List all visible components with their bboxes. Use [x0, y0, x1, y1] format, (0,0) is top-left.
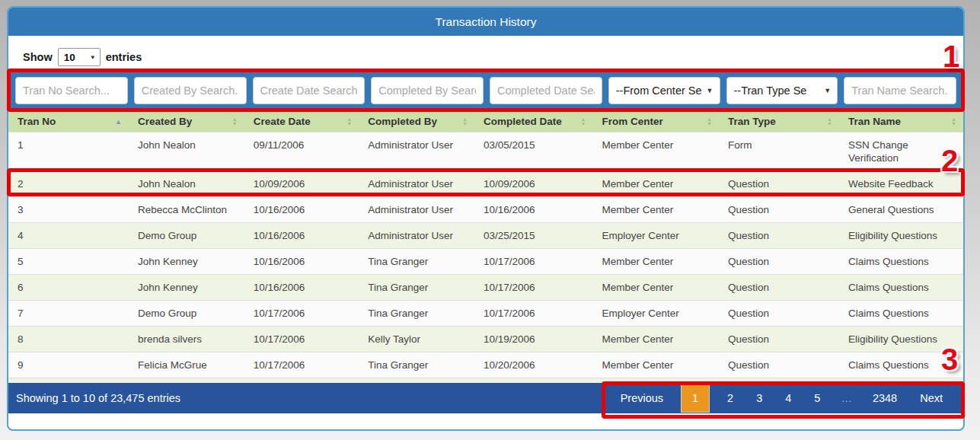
- chevron-down-icon: ▼: [707, 87, 713, 94]
- cell: Demo Group: [129, 223, 244, 249]
- cell: 2: [8, 171, 129, 197]
- cell: Administrator User: [359, 171, 474, 197]
- tran-no-search-input[interactable]: [15, 77, 128, 104]
- cell: General Questions: [839, 197, 963, 223]
- cell: Question: [719, 327, 839, 352]
- cell: 10/16/2006: [244, 223, 359, 249]
- cell: 10/09/2006: [244, 171, 359, 197]
- cell: 10/09/2006: [474, 171, 592, 197]
- table-row[interactable]: 6John Kenney10/16/2006Tina Granger10/17/…: [8, 275, 963, 301]
- cell: 10/16/2006: [474, 197, 592, 223]
- cell: Tina Granger: [359, 352, 474, 378]
- page-2348[interactable]: 2348: [861, 392, 908, 404]
- column-label: Create Date: [254, 116, 311, 127]
- cell: 3: [8, 197, 129, 223]
- table-row[interactable]: 8brenda silvers10/17/2006Kelly Taylor10/…: [8, 327, 963, 352]
- tran-name-search-input[interactable]: [844, 77, 956, 104]
- cell: John Nealon: [129, 132, 244, 171]
- pagination-ellipsis: …: [832, 392, 861, 404]
- table-row[interactable]: 2John Nealon10/09/2006Administrator User…: [8, 171, 963, 197]
- page-3[interactable]: 3: [745, 392, 774, 404]
- cell: SSN Change Verification: [839, 132, 963, 171]
- cell: Question: [719, 301, 839, 327]
- cell: 10/16/2006: [244, 275, 359, 301]
- page-next[interactable]: Next: [908, 392, 954, 404]
- cell: Member Center: [592, 275, 719, 301]
- column-header-create-date[interactable]: Create Date▲▼: [244, 112, 359, 132]
- create-date-search-input[interactable]: [253, 77, 366, 104]
- page-5[interactable]: 5: [803, 392, 832, 404]
- created-by-search-input[interactable]: [134, 77, 247, 104]
- cell: Member Center: [592, 249, 719, 275]
- cell: 03/25/2015: [474, 223, 592, 249]
- pagination: Previous12345…2348Next: [609, 383, 963, 413]
- cell: Question: [719, 352, 839, 378]
- sort-down-arrow: ▼: [951, 122, 956, 126]
- cell: John Nealon: [129, 171, 244, 197]
- table-row[interactable]: 9Felicia McGrue10/17/2006Tina Granger10/…: [8, 352, 963, 378]
- sort-both-icon: ▲▼: [580, 117, 586, 126]
- sort-both-icon: ▲▼: [827, 117, 832, 126]
- cell: Administrator User: [359, 197, 474, 223]
- cell: Claims Questions: [839, 352, 963, 378]
- completed-by-search-input[interactable]: [371, 77, 484, 104]
- cell: Question: [719, 171, 839, 197]
- column-label: Tran No: [18, 116, 56, 127]
- column-header-tran-no[interactable]: Tran No▲: [8, 112, 129, 132]
- completed-date-search-input[interactable]: [490, 77, 602, 104]
- page-2[interactable]: 2: [716, 392, 745, 404]
- column-header-tran-name[interactable]: Tran Name▲▼: [839, 112, 963, 132]
- cell: Member Center: [592, 352, 719, 378]
- cell: 10/16/2006: [244, 249, 359, 275]
- transaction-history-panel: Transaction History Show 10 ▼ entries --…: [7, 6, 965, 431]
- cell: Tina Granger: [359, 249, 474, 275]
- select-value: --Tran Type Se: [734, 84, 807, 97]
- cell: Member Center: [592, 327, 719, 352]
- entries-summary: Showing 1 to 10 of 23,475 entries: [8, 392, 180, 404]
- sort-both-icon: ▲▼: [951, 117, 956, 126]
- cell: Member Center: [592, 171, 719, 197]
- table-row[interactable]: 5John Kenney10/16/2006Tina Granger10/17/…: [8, 249, 963, 275]
- sort-both-icon: ▲▼: [462, 117, 468, 126]
- cell: 10/17/2006: [244, 301, 359, 327]
- table-row[interactable]: 1John Nealon09/11/2006Administrator User…: [8, 132, 963, 171]
- transaction-table: Tran No▲Created By▲▼Create Date▲▼Complet…: [8, 112, 963, 403]
- cell: Claims Questions: [839, 249, 963, 275]
- cell: Member Center: [592, 197, 719, 223]
- entries-label: entries: [106, 51, 142, 63]
- table-row[interactable]: 4Demo Group10/16/2006Administrator User0…: [8, 223, 963, 249]
- cell: Claims Questions: [839, 275, 963, 301]
- column-header-created-by[interactable]: Created By▲▼: [129, 112, 244, 132]
- cell: Question: [719, 249, 839, 275]
- column-header-tran-type[interactable]: Tran Type▲▼: [719, 112, 839, 132]
- table-row[interactable]: 7Demo Group10/17/2006Tina Granger10/17/2…: [8, 301, 963, 327]
- column-header-completed-by[interactable]: Completed By▲▼: [359, 112, 474, 132]
- page-previous[interactable]: Previous: [609, 392, 675, 404]
- column-label: Created By: [138, 116, 192, 127]
- cell: Employer Center: [592, 301, 719, 327]
- tran-type-select[interactable]: --Tran Type Se▼: [726, 77, 838, 104]
- column-header-completed-date[interactable]: Completed Date▲▼: [474, 112, 592, 132]
- chevron-down-icon: ▼: [824, 87, 831, 94]
- table-row[interactable]: 3Rebecca McClinton10/16/2006Administrato…: [8, 197, 963, 223]
- filter-row: --From Center Se▼--Tran Type Se▼: [8, 72, 963, 108]
- cell: 6: [8, 275, 129, 301]
- cell: 03/05/2015: [474, 132, 592, 171]
- from-center-select[interactable]: --From Center Se▼: [608, 77, 720, 104]
- sort-down-arrow: ▼: [232, 122, 238, 126]
- show-entries-value: 10: [64, 52, 75, 63]
- cell: 10/17/2006: [474, 249, 592, 275]
- cell: Administrator User: [359, 132, 474, 171]
- cell: 10/20/2006: [474, 352, 592, 378]
- sort-down-arrow: ▼: [580, 122, 586, 126]
- sort-down-arrow: ▼: [827, 122, 832, 126]
- sort-down-arrow: ▼: [462, 122, 468, 126]
- page-1[interactable]: 1: [681, 384, 710, 413]
- cell: Member Center: [592, 132, 719, 171]
- page-4[interactable]: 4: [774, 392, 803, 404]
- column-header-from-center[interactable]: From Center▲▼: [592, 112, 719, 132]
- cell: 10/17/2006: [244, 327, 359, 352]
- table-header-row: Tran No▲Created By▲▼Create Date▲▼Complet…: [8, 112, 963, 132]
- show-entries-control: Show 10 ▼ entries: [23, 47, 963, 67]
- show-entries-select[interactable]: 10 ▼: [58, 48, 101, 66]
